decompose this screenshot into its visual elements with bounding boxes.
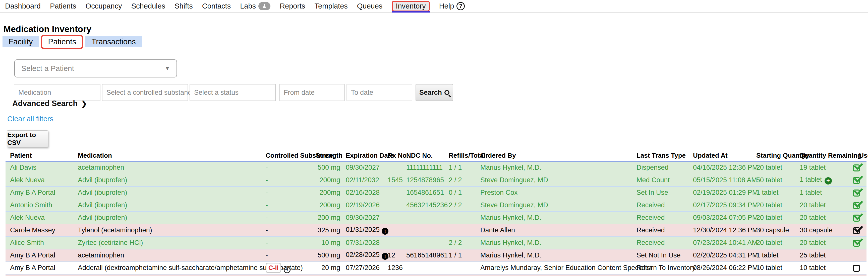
in-use-checkbox[interactable] (853, 227, 860, 234)
col-header-ndc: NDC No. (406, 150, 449, 162)
nav-occupancy[interactable]: Occupancy (86, 2, 122, 10)
nav-patients[interactable]: Patients (50, 2, 76, 10)
cell-qty-remaining: 20 tablet (800, 212, 851, 224)
cell-ordered: Preston Cox (480, 186, 637, 199)
in-use-checkbox[interactable] (853, 177, 860, 184)
col-header-ordered: Ordered By (480, 150, 637, 162)
cell-refills: 2 / 2 (449, 237, 480, 249)
cell-controlled: - (266, 162, 316, 174)
cell-expiration: 02/16/2028 (346, 186, 388, 199)
table-row[interactable]: Amy B A Portal Advil (ibuprofen) - 200mg… (5, 186, 867, 199)
cell-medication: Advil (ibuprofen) (78, 186, 266, 199)
nav-reports[interactable]: Reports (280, 2, 305, 10)
search-button-label: Search (419, 89, 442, 97)
cell-updated: 04/16/2025 12:36 PM (693, 162, 756, 174)
cell-qty-remaining: 19 tablet (800, 162, 851, 174)
in-use-checkbox[interactable] (853, 189, 860, 197)
table-row[interactable]: Ali Davis acetaminophen - 500 mg 09/30/2… (5, 162, 867, 174)
nav-inventory[interactable]: Inventory (392, 1, 430, 11)
cell-updated: 08/26/2024 06:22 PM (693, 262, 756, 274)
cell-in-use (851, 186, 867, 199)
cell-expiration: 02/28/2025! (346, 249, 388, 262)
cell-rx: 1545 (388, 174, 406, 186)
col-header-trans: Last Trans Type (637, 150, 693, 162)
col-header-in-use: In Use (851, 150, 867, 162)
status-select[interactable]: Select a status (190, 84, 276, 101)
cell-trans: Return To Inventory (637, 262, 693, 274)
cell-in-use (851, 237, 867, 249)
tab-facility[interactable]: Facility (2, 36, 39, 47)
cell-patient: Alek Nueva (5, 212, 78, 224)
cell-strength: 500 mg (316, 162, 346, 174)
col-header-start-qty: Starting Quantity (756, 150, 800, 162)
cell-strength: 500 mg (316, 249, 346, 262)
help-question-icon: ? (457, 2, 465, 10)
from-date-input[interactable]: From date (279, 84, 345, 101)
cell-rx (388, 224, 406, 237)
in-use-checkbox[interactable] (853, 265, 860, 272)
col-header-rx: Rx No. (388, 150, 406, 162)
cell-ordered: Steve Dominguez, MD (480, 199, 637, 212)
cell-patient: Alice Smith (5, 237, 78, 249)
nav-templates[interactable]: Templates (315, 2, 348, 10)
table-row[interactable]: Alek Nueva Advil (ibuprofen) - 200 mg 09… (5, 212, 867, 224)
cell-medication: Tylenol (acetaminophen) (78, 224, 266, 237)
cell-trans: Received (637, 224, 693, 237)
cell-controlled: - (266, 237, 316, 249)
nav-dashboard[interactable]: Dashboard (5, 2, 41, 10)
nav-queues[interactable]: Queues (357, 2, 383, 10)
clear-all-filters-link[interactable]: Clear all filters (7, 115, 54, 123)
in-use-checkbox[interactable] (853, 215, 860, 221)
cell-start-qty: 30 capsule (756, 224, 800, 237)
cell-updated: 09/03/2024 07:05 PM (693, 212, 756, 224)
patient-select-placeholder: Select a Patient (21, 64, 74, 73)
col-header-updated: Updated At (693, 150, 756, 162)
patient-select[interactable]: Select a Patient ▼ (14, 60, 177, 77)
tab-patients[interactable]: Patients (41, 35, 83, 49)
cell-start-qty: 20 tablet (756, 199, 800, 212)
info-icon[interactable]: i (284, 267, 290, 273)
nav-help[interactable]: Help ? (439, 2, 465, 10)
to-date-input[interactable]: To date (346, 84, 412, 101)
table-row[interactable]: Amy B A Portal acetaminophen - 500 mg 02… (5, 249, 867, 262)
table-row[interactable]: Alek Nueva Advil (ibuprofen) - 200mg 02/… (5, 174, 867, 186)
medication-input[interactable]: Medication (14, 84, 100, 101)
cell-refills: 1 / 1 (449, 249, 480, 262)
add-quantity-icon[interactable]: + (825, 177, 832, 184)
cell-rx: 12 (388, 249, 406, 262)
cell-controlled: - (266, 199, 316, 212)
cell-ordered: Marius Hynkel, M.D. (480, 212, 637, 224)
in-use-checkbox[interactable] (853, 202, 860, 209)
cell-updated: 02/19/2025 01:29 PM (693, 186, 756, 199)
nav-contacts[interactable]: Contacts (202, 2, 231, 10)
cell-qty-remaining: 20 tablet (800, 199, 851, 212)
in-use-checkbox[interactable] (853, 240, 860, 247)
cell-strength: 200 mg (316, 212, 346, 224)
cell-ordered: Marius Hynkel, M.D. (480, 237, 637, 249)
expired-warning-icon[interactable]: ! (382, 228, 389, 235)
table-row[interactable]: Alice Smith Zyrtec (cetirizine HCl) - 10… (5, 237, 867, 249)
nav-help-label: Help (439, 2, 454, 10)
cell-ndc: 56165148961 (406, 249, 449, 262)
table-row[interactable]: Carole Massey Tylenol (acetaminophen) - … (5, 224, 867, 237)
cell-patient: Amy B A Portal (5, 262, 78, 274)
nav-shifts[interactable]: Shifts (175, 2, 193, 10)
controlled-substance-select[interactable]: Select a controlled substance (102, 84, 188, 101)
col-header-patient: Patient (5, 150, 78, 162)
cell-in-use (851, 162, 867, 174)
in-use-checkbox[interactable] (853, 165, 860, 171)
export-to-csv-button[interactable]: Export to CSV (7, 130, 48, 147)
tab-transactions[interactable]: Transactions (85, 36, 142, 47)
cell-expiration: 09/30/2027 (346, 212, 388, 224)
nav-schedules[interactable]: Schedules (131, 2, 165, 10)
col-header-expiration: Expiration Date (346, 150, 388, 162)
col-header-controlled: Controlled Substance (266, 150, 316, 162)
cell-refills: 2 / 2 (449, 174, 480, 186)
table-row[interactable]: Amy B A Portal Adderall (dextroamphetami… (5, 262, 867, 274)
nav-labs[interactable]: Labs (240, 2, 271, 10)
advanced-search-toggle[interactable]: Advanced Search❯ (12, 99, 87, 108)
page-title: Medication Inventory (3, 24, 91, 34)
search-button[interactable]: Search (415, 84, 453, 101)
table-row[interactable]: Antonio Smith Advil (ibuprofen) - 200mg … (5, 199, 867, 212)
inventory-table: Patient Medication Controlled Substance … (5, 150, 867, 275)
